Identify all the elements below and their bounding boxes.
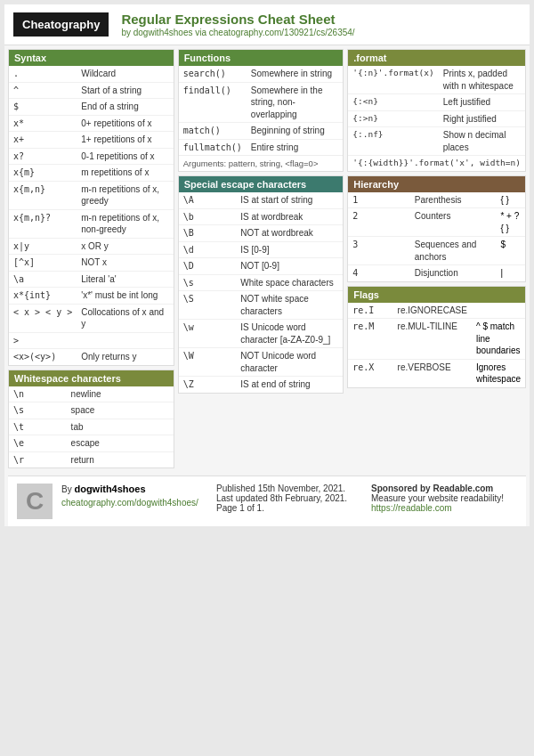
special-escape-section: Special escape characters \AIS at start … (178, 175, 344, 394)
table-row: x+1+ repetitions of x (9, 132, 174, 149)
table-row: '{:n}'.format(x)Prints x, padded with n … (348, 66, 525, 94)
flags-section: Flags re.Ire.IGNORECASE re.Mre.MUL-TILIN… (347, 286, 526, 388)
table-row: x{m}m repetitions of x (9, 165, 174, 182)
hierarchy-header: Hierarchy (348, 176, 525, 192)
whitespace-table: \nnewline \sspace \ttab \eescape \rretur… (9, 386, 174, 468)
footer-author-col: By dogwith4shoes cheatography.com/dogwit… (61, 484, 207, 508)
page-title: Regular Expressions Cheat Sheet (121, 12, 354, 28)
special-escape-table: \AIS at start of string \bIS at wordbrea… (179, 192, 344, 393)
table-row: \eescape (9, 435, 174, 452)
table-row: {:.nf}Show n decimal places (348, 127, 525, 156)
table-row: \WNOT Unicode word character (179, 348, 344, 377)
functions-header: Functions (179, 50, 344, 66)
sponsor-desc: Measure your website readability! (371, 493, 517, 503)
footer: C By dogwith4shoes cheatography.com/dogw… (8, 476, 526, 526)
table-row: \sWhite space characters (179, 274, 344, 291)
table-row: .Wildcard (9, 66, 174, 82)
table-row: match()Beginning of string (179, 123, 344, 140)
published-date: Published 15th November, 2021. (216, 484, 362, 493)
logo: Cheatography (13, 12, 109, 37)
table-row: \BNOT at wordbreak (179, 225, 344, 242)
table-row: \wIS Unicode word character [a-ZA-Z0-9_] (179, 320, 344, 348)
syntax-table: .Wildcard ^Start of a string $End of a s… (9, 66, 174, 365)
table-row: \nnewline (9, 386, 174, 402)
syntax-header: Syntax (9, 50, 174, 66)
syntax-section: Syntax .Wildcard ^Start of a string $End… (8, 49, 174, 366)
sponsor-link[interactable]: https://readable.com (371, 503, 517, 513)
table-row: \DNOT [0-9] (179, 258, 344, 275)
sponsor-label: Sponsored by Readable.com (371, 484, 517, 493)
author-link[interactable]: cheatography.com/dogwith4shoes/ (61, 498, 207, 508)
table-row: fullmatch()Entire string (179, 139, 344, 155)
table-row: 2Counters* + ? { } (348, 208, 525, 237)
table-row: search()Somewhere in string (179, 66, 344, 82)
format-section: .format '{:n}'.format(x)Prints x, padded… (347, 49, 526, 172)
col-3: .format '{:n}'.format(x)Prints x, padded… (347, 49, 526, 468)
table-row: {:<n}Left justified (348, 94, 525, 111)
table-row: re.Xre.VERBOSEIgnores whitespace (348, 359, 525, 387)
table-row: \dIS [0-9] (179, 241, 344, 258)
format-table: '{:n}'.format(x)Prints x, padded with n … (348, 66, 525, 171)
table-row: <x>(<y>)Only returns y (9, 349, 174, 365)
author-name: dogwith4shoes (74, 484, 145, 494)
table-row: x?0-1 repetitions of x (9, 148, 174, 165)
functions-section: Functions search()Somewhere in string fi… (178, 49, 344, 172)
special-escape-header: Special escape characters (179, 176, 344, 192)
page-subtitle: by dogwith4shoes via cheatography.com/13… (121, 28, 354, 37)
table-row: < x > < y >Collocations of x and y (9, 304, 174, 332)
table-row: \ttab (9, 419, 174, 435)
hierarchy-table: 1Parenthesis{ } 2Counters* + ? { } 3Sequ… (348, 192, 525, 281)
table-row: findall()Somewhere in the string, non-ov… (179, 82, 344, 123)
table-row: \ZIS at end of string (179, 377, 344, 393)
table-row: re.Ire.IGNORECASE (348, 303, 525, 319)
whitespace-section: Whitespace characters \nnewline \sspace … (8, 370, 174, 469)
table-row: 3Sequences and anchors$ (348, 237, 525, 265)
page-number: Page 1 of 1. (216, 503, 362, 513)
table-row: 1Parenthesis{ } (348, 192, 525, 208)
whitespace-header: Whitespace characters (9, 370, 174, 386)
table-row: \SNOT white space characters (179, 291, 344, 320)
table-row: \sspace (9, 402, 174, 419)
hierarchy-section: Hierarchy 1Parenthesis{ } 2Counters* + ?… (347, 175, 526, 282)
table-row: x|yx OR y (9, 238, 174, 255)
table-row: $End of a string (9, 99, 174, 116)
table-row: \bIS at wordbreak (179, 208, 344, 225)
table-row: x*{int}'x*' must be int long (9, 288, 174, 305)
table-row: re.Mre.MUL-TILINE^ $ match line boundari… (348, 319, 525, 360)
table-row: \aLiteral 'a' (9, 271, 174, 288)
footer-publish-col: Published 15th November, 2021. Last upda… (216, 484, 362, 513)
table-row: \rreturn (9, 451, 174, 467)
footer-sponsor-col: Sponsored by Readable.com Measure your w… (371, 484, 517, 513)
functions-table: search()Somewhere in string findall()Som… (179, 66, 344, 155)
author-line: By dogwith4shoes (61, 484, 207, 494)
main-content: Syntax .Wildcard ^Start of a string $End… (4, 45, 530, 472)
table-row: x{m,n}?m-n repetitions of x, non-greedy (9, 209, 174, 238)
updated-date: Last updated 8th February, 2021. (216, 493, 362, 503)
table-row: x*0+ repetitions of x (9, 115, 174, 132)
functions-note: Arguments: pattern, string, <flag=0> (179, 155, 344, 171)
footer-logo: C (17, 484, 53, 519)
table-row: {:>n}Right justified (348, 110, 525, 127)
header-text: Regular Expressions Cheat Sheet by dogwi… (121, 12, 354, 37)
table-row: 4Disjunction| (348, 265, 525, 281)
table-row: \AIS at start of string (179, 192, 344, 208)
format-header: .format (348, 50, 525, 66)
table-row: ^Start of a string (9, 82, 174, 99)
col-2: Functions search()Somewhere in string fi… (178, 49, 344, 468)
flags-header: Flags (348, 287, 525, 303)
page-header: Cheatography Regular Expressions Cheat S… (4, 4, 530, 45)
table-row: > (9, 332, 174, 349)
table-row: x{m,n}m-n repetitions of x, greedy (9, 181, 174, 209)
col-1: Syntax .Wildcard ^Start of a string $End… (8, 49, 174, 468)
table-row: [^x]NOT x (9, 255, 174, 272)
flags-table: re.Ire.IGNORECASE re.Mre.MUL-TILINE^ $ m… (348, 303, 525, 387)
table-row: '{:{width}}'.format('x', width=n) (348, 156, 525, 171)
